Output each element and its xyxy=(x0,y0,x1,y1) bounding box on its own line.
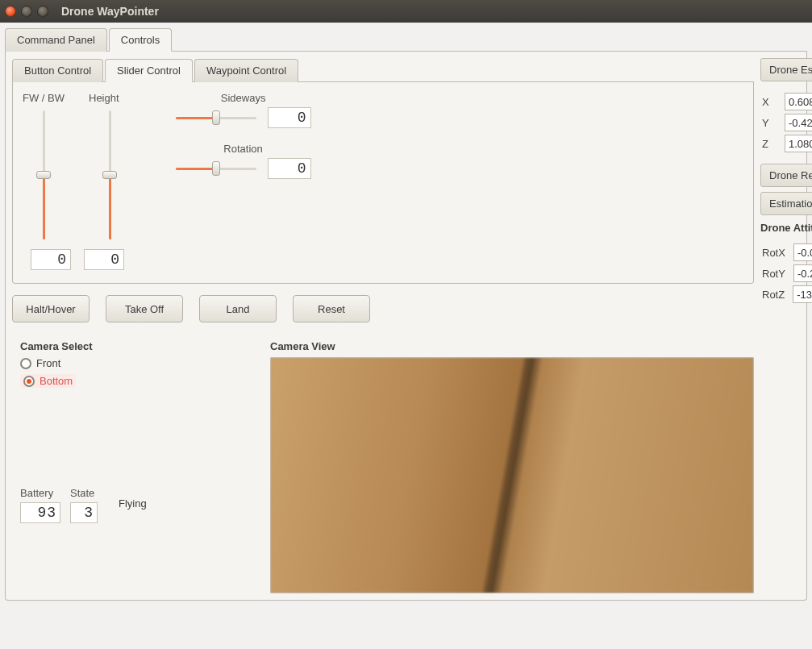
tab-command-panel[interactable]: Command Panel xyxy=(5,28,107,52)
state-num-label: State xyxy=(70,487,94,499)
rotx-label: RotX xyxy=(762,247,785,259)
roty-field[interactable] xyxy=(793,264,812,282)
controls-panel: Button Control Slider Control Waypoint C… xyxy=(5,52,807,601)
pose-x-field[interactable] xyxy=(785,93,812,110)
estimation-error-header[interactable]: Estimation Error xyxy=(760,192,812,215)
pose-x-label: X xyxy=(762,96,777,108)
rotz-label: RotZ xyxy=(762,289,785,301)
rotz-field[interactable] xyxy=(793,285,812,303)
camera-option-front: Front xyxy=(36,357,60,369)
land-button[interactable]: Land xyxy=(199,295,277,322)
tab-button-control[interactable]: Button Control xyxy=(12,59,103,82)
battery-label: Battery xyxy=(20,487,53,499)
pose-y-label: Y xyxy=(762,117,777,129)
roty-label: RotY xyxy=(762,268,785,280)
camera-radio-bottom[interactable]: Bottom xyxy=(20,374,76,388)
sideways-slider[interactable] xyxy=(176,110,256,126)
rotation-slider[interactable] xyxy=(176,160,256,177)
main-tabbar: Command Panel Controls xyxy=(5,27,807,52)
pose-z-label: Z xyxy=(762,138,777,150)
height-label: Height xyxy=(89,92,119,104)
estimated-pose-header[interactable]: Drone Estimated Pose xyxy=(760,58,812,81)
rotation-label: Rotation xyxy=(223,143,262,155)
minimize-icon[interactable] xyxy=(21,6,32,17)
fwbw-readout: 0 xyxy=(31,249,71,270)
pose-y-field[interactable] xyxy=(785,114,812,131)
real-pose-header[interactable]: Drone Real Pose xyxy=(760,164,812,187)
rotation-readout: 0 xyxy=(268,158,311,179)
radio-icon xyxy=(20,358,31,369)
window-title: Drone WayPointer xyxy=(61,5,159,18)
tab-slider-control[interactable]: Slider Control xyxy=(105,59,193,82)
reset-button[interactable]: Reset xyxy=(293,295,370,322)
inner-tabbar: Button Control Slider Control Waypoint C… xyxy=(12,58,754,82)
height-readout: 0 xyxy=(84,249,124,270)
state-text: Flying xyxy=(119,497,147,513)
camera-radio-front[interactable]: Front xyxy=(20,357,254,369)
close-icon[interactable] xyxy=(5,6,16,17)
height-slider[interactable] xyxy=(102,110,118,239)
radio-icon xyxy=(23,376,35,387)
take-off-button[interactable]: Take Off xyxy=(106,295,183,322)
camera-select-label: Camera Select xyxy=(20,340,254,352)
halt-hover-button[interactable]: Halt/Hover xyxy=(12,295,90,322)
estimated-pose-grid: X Y Z xyxy=(760,86,812,164)
state-readout: 3 xyxy=(70,502,98,523)
sideways-readout: 0 xyxy=(268,107,311,128)
camera-view-label: Camera View xyxy=(270,340,754,352)
sideways-label: Sideways xyxy=(221,92,266,104)
action-button-row: Halt/Hover Take Off Land Reset xyxy=(12,295,754,322)
slider-control-panel: FW / BW Height xyxy=(12,82,754,284)
pose-z-field[interactable] xyxy=(785,135,812,152)
window-titlebar: Drone WayPointer xyxy=(0,0,812,23)
attitude-grid: RotX RotY RotZ xyxy=(760,237,812,314)
camera-option-bottom: Bottom xyxy=(40,375,73,387)
maximize-icon[interactable] xyxy=(37,6,48,17)
battery-readout: 93 xyxy=(20,502,60,523)
tab-waypoint-control[interactable]: Waypoint Control xyxy=(194,59,298,82)
fwbw-slider[interactable] xyxy=(35,110,52,239)
camera-view xyxy=(270,357,754,593)
tab-controls[interactable]: Controls xyxy=(109,28,172,52)
fwbw-label: FW / BW xyxy=(23,92,65,104)
attitude-header: Drone Attitude xyxy=(760,222,812,234)
rotx-field[interactable] xyxy=(793,243,812,261)
